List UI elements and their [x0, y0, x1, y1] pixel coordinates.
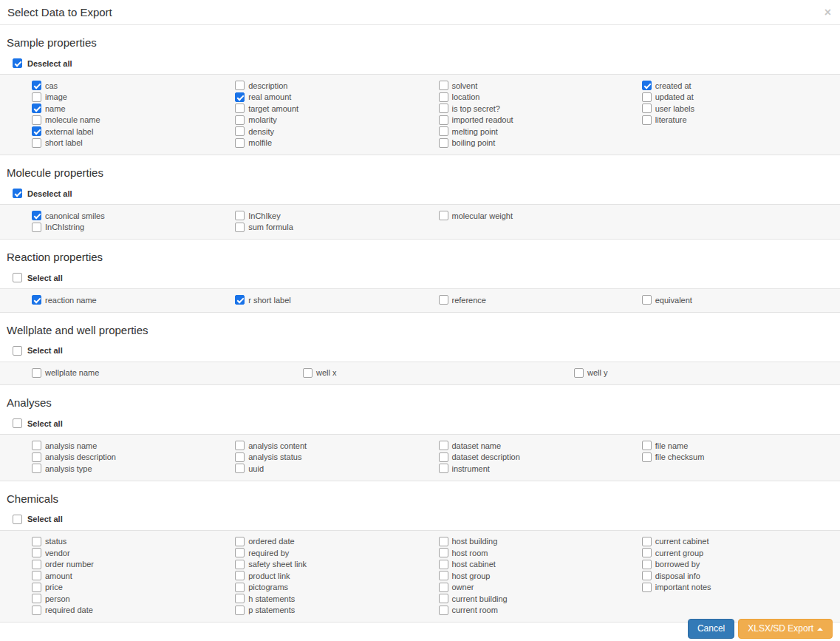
checkbox-target-amount[interactable]	[235, 104, 245, 113]
checkbox-molecule-name[interactable]	[32, 115, 41, 125]
checkbox-current-room[interactable]	[439, 606, 448, 615]
checkbox-location[interactable]	[439, 92, 448, 102]
close-icon[interactable]: ×	[824, 7, 831, 18]
checkbox-current-cabinet[interactable]	[642, 537, 652, 546]
checkbox-status[interactable]	[32, 537, 41, 546]
checkbox-boiling-point[interactable]	[439, 138, 448, 148]
checkbox-label: density	[248, 127, 274, 136]
checkbox-host-group[interactable]	[439, 571, 448, 580]
select-all-checkbox-chemicals[interactable]	[13, 515, 22, 524]
checkbox-external-label[interactable]	[32, 126, 41, 136]
checkbox-well-y[interactable]	[574, 368, 584, 378]
checkbox-inchistring[interactable]	[32, 223, 41, 232]
checkbox-solvent[interactable]	[439, 81, 448, 90]
checkbox-host-building[interactable]	[439, 537, 448, 546]
column-4: current cabinetcurrent groupborrowed byd…	[631, 536, 834, 617]
checkbox-ordered-date[interactable]	[235, 537, 245, 546]
checkbox-reference[interactable]	[439, 295, 448, 305]
checkbox-person[interactable]	[32, 594, 41, 603]
checkbox-label: canonical smiles	[45, 211, 105, 220]
deselect-all-checkbox-molecule-properties[interactable]	[13, 189, 22, 198]
checkbox-disposal-info[interactable]	[642, 571, 652, 580]
checkbox-safety-sheet-link[interactable]	[235, 560, 245, 569]
checkbox-literature[interactable]	[642, 115, 652, 125]
deselect-all-checkbox-sample-properties[interactable]	[13, 58, 22, 68]
checkbox-amount[interactable]	[32, 571, 41, 580]
checkbox-label: dataset name	[452, 441, 502, 450]
xlsx-sd-export-button[interactable]: XLSX/SD Export	[738, 619, 833, 639]
cancel-button[interactable]: Cancel	[688, 619, 734, 639]
checkbox-molfile[interactable]	[235, 138, 245, 148]
checkbox-dataset-description[interactable]	[439, 452, 448, 462]
checkbox-label: owner	[452, 583, 474, 591]
checkbox-vendor[interactable]	[32, 548, 41, 557]
toggle-label: Select all	[27, 346, 63, 355]
checkbox-wellplate-name[interactable]	[32, 368, 41, 378]
checkbox-name[interactable]	[32, 104, 41, 113]
checkbox-file-name[interactable]	[642, 441, 652, 450]
checkbox-analysis-content[interactable]	[235, 441, 245, 450]
checkbox-borrowed-by[interactable]	[642, 560, 652, 569]
section-analyses: AnalysesSelect allanalysis nameanalysis …	[0, 396, 840, 481]
checkbox-dataset-name[interactable]	[439, 441, 448, 450]
checkbox-melting-point[interactable]	[439, 126, 448, 136]
checkbox-r-short-label[interactable]	[235, 295, 245, 305]
checkbox-molecular-weight[interactable]	[439, 211, 448, 220]
checkbox-molarity[interactable]	[235, 115, 245, 125]
checkbox-order-number[interactable]	[32, 560, 41, 569]
checkbox-product-link[interactable]	[235, 571, 245, 580]
checkbox-required-by[interactable]	[235, 548, 245, 557]
checkbox-equivalent[interactable]	[642, 295, 652, 305]
select-all-checkbox-analyses[interactable]	[13, 418, 22, 428]
checkbox-analysis-status[interactable]	[235, 452, 245, 462]
checkbox-label: melting point	[452, 127, 498, 136]
checkbox-pictograms[interactable]	[235, 583, 245, 592]
checkbox-current-building[interactable]	[439, 594, 448, 603]
checkbox-analysis-type[interactable]	[32, 464, 41, 473]
checkbox-canonical-smiles[interactable]	[32, 211, 41, 220]
toggle-row-analyses: Select all	[13, 418, 840, 428]
column-4: file namefile checksum	[631, 440, 834, 475]
section-reaction-properties: Reaction propertiesSelect allreaction na…	[0, 251, 840, 313]
checkbox-user-labels[interactable]	[642, 104, 652, 113]
checkbox-analysis-description[interactable]	[32, 452, 41, 462]
checkbox-item: status	[32, 536, 224, 548]
checkbox-is-top-secret[interactable]	[439, 104, 448, 113]
checkbox-host-cabinet[interactable]	[439, 560, 448, 569]
checkbox-item: reaction name	[32, 294, 224, 306]
checkbox-analysis-name[interactable]	[32, 441, 41, 450]
checkbox-p-statements[interactable]	[235, 606, 245, 615]
checkbox-sum-formula[interactable]	[235, 223, 245, 232]
checkbox-price[interactable]	[32, 583, 41, 592]
checkbox-reaction-name[interactable]	[32, 295, 41, 305]
checkbox-well-x[interactable]	[303, 368, 313, 378]
checkbox-inchikey[interactable]	[235, 211, 245, 220]
checkbox-instrument[interactable]	[439, 464, 448, 473]
checkbox-important-notes[interactable]	[642, 583, 652, 592]
checkbox-current-group[interactable]	[642, 548, 652, 557]
checkbox-item: amount	[32, 570, 224, 582]
checkbox-file-checksum[interactable]	[642, 452, 652, 462]
checkbox-label: molecule name	[45, 115, 100, 124]
checkbox-h-statements[interactable]	[235, 594, 245, 603]
toggle-row-sample-properties: Deselect all	[13, 58, 840, 68]
checkbox-short-label[interactable]	[32, 138, 41, 148]
select-all-checkbox-wellplate-and-well-properties[interactable]	[13, 346, 22, 356]
checkbox-cas[interactable]	[32, 81, 41, 90]
select-all-checkbox-reaction-properties[interactable]	[13, 273, 22, 282]
modal-title: Select Data to Export	[7, 6, 824, 18]
checkbox-updated-at[interactable]	[642, 92, 652, 102]
checkbox-uuid[interactable]	[235, 464, 245, 473]
checkbox-label: important notes	[655, 583, 711, 591]
checkbox-imported-readout[interactable]	[439, 115, 448, 125]
checkbox-real-amount[interactable]	[235, 92, 245, 102]
checkbox-image[interactable]	[32, 92, 41, 102]
checkbox-label: current cabinet	[655, 537, 709, 546]
checkbox-description[interactable]	[235, 81, 245, 90]
checkbox-created-at[interactable]	[642, 81, 652, 90]
checkbox-owner[interactable]	[439, 583, 448, 592]
checkbox-item: well y	[574, 367, 834, 379]
checkbox-density[interactable]	[235, 126, 245, 136]
checkbox-required-date[interactable]	[32, 606, 41, 615]
checkbox-host-room[interactable]	[439, 548, 448, 557]
